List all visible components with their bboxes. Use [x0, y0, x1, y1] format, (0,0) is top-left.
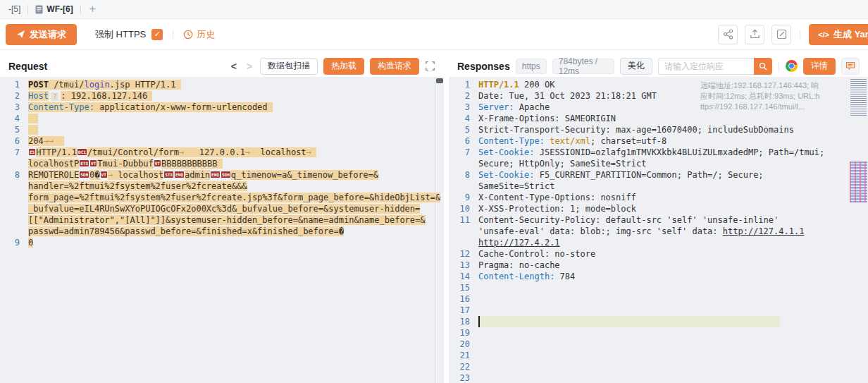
code-line: 1POST /tmui/login.jsp HTTP/1.1 [0, 79, 444, 90]
prev-request-button[interactable]: < [229, 61, 239, 72]
panel-splitter[interactable] [444, 55, 449, 383]
line-content [28, 124, 38, 135]
line-number [449, 226, 478, 237]
hot-reload-button[interactable]: 热加载 [323, 58, 364, 75]
feedback-button[interactable] [841, 58, 860, 75]
request-scrollbar-thumb[interactable] [436, 78, 443, 83]
line-number [449, 181, 478, 192]
response-title: Responses [457, 61, 510, 72]
line-content [478, 316, 780, 327]
line-content: Date: Tue, 31 Oct 2023 21:18:21 GMT [478, 90, 657, 102]
document-icon [35, 5, 43, 14]
code-line: 4X-Frame-Options: SAMEORIGIN [449, 113, 868, 124]
open-in-browser-button[interactable] [786, 60, 798, 72]
line-number: 10 [449, 203, 478, 214]
send-request-button[interactable]: 发送请求 [6, 24, 77, 45]
request-scrollbar[interactable] [435, 77, 444, 383]
line-number: 4 [0, 113, 28, 124]
force-https-group: 强制 HTTPS ✓ [95, 28, 163, 41]
line-content: X-Content-Type-Options: nosniff [478, 192, 636, 203]
add-tab-button[interactable]: + [81, 3, 104, 16]
line-number: 16 [449, 293, 478, 305]
code-line: 90 [0, 237, 444, 248]
line-content: X-Frame-Options: SAMEORIGIN [478, 113, 616, 124]
code-line: 12Cache-Control: no-store [449, 248, 868, 260]
details-button[interactable]: 详情 [803, 58, 836, 75]
toolbar-right-group: </> 生成 Yaml [718, 24, 868, 45]
response-header-actions: 美化 详情 [620, 58, 860, 75]
line-number: 13 [449, 260, 478, 271]
minimap-body-block [850, 162, 867, 202]
tab-active-label: WF-[6] [46, 4, 73, 14]
line-content: 'unsafe-eval' data: blob:; img-src 'self… [478, 226, 804, 237]
response-panel: Responses https 784bytes / 12ms 美化 详情 [449, 55, 868, 383]
edit-button[interactable] [771, 25, 791, 44]
code-line: http://127.4.2.1 [449, 237, 868, 248]
export-button[interactable] [745, 25, 764, 44]
request-editor[interactable]: 1POST /tmui/login.jsp HTTP/1.1 2Host?: 1… [0, 77, 444, 383]
line-number [0, 203, 28, 214]
line-content: http://127.4.2.1 [478, 237, 560, 248]
code-line: 11Content-Security-Policy: default-src '… [449, 214, 868, 226]
code-line: localhostPETXVTTmui-DubbufVTBBBBBBBBBBB [0, 158, 444, 169]
search-button[interactable] [754, 58, 772, 75]
response-code: 1HTTP/1.1 200 OK2Date: Tue, 31 Oct 2023 … [449, 77, 868, 383]
code-line: 6Content-Type: text/xml; charset=utf-8 [449, 135, 868, 147]
tab-bar: -[5] WF-[6] + [0, 0, 868, 19]
response-info-overlay: 远端地址:192.168.127.146:443; 响 应时间:12ms; 总耗… [700, 80, 845, 112]
tab-active-wf6[interactable]: WF-[6] [28, 0, 80, 18]
code-line: form_page=%2ftmui%2fsystem%2fuser%2fcrea… [0, 192, 444, 203]
main-area: Request < > 数据包扫描 热加载 构造请求 1POST /tmui/l… [0, 50, 868, 383]
line-content: Set-Cookie: F5_CURRENT_PARTITION=Common;… [478, 169, 764, 181]
line-number: 5 [449, 124, 478, 135]
divider [173, 30, 173, 39]
line-content: 204→→ [28, 135, 64, 147]
protocol-badge: https [516, 59, 547, 74]
line-number: 14 [449, 271, 478, 282]
line-number [0, 192, 28, 203]
line-content: handler=%2ftmui%2fsystem%2fuser%2fcreate… [28, 181, 247, 192]
line-number: 5 [0, 124, 28, 135]
line-number: 23 [449, 372, 478, 383]
search-group [658, 58, 772, 75]
share-button[interactable] [718, 25, 738, 44]
line-content: Pragma: no-cache [478, 260, 560, 271]
line-number: 17 [449, 305, 478, 316]
fullscreen-icon[interactable] [425, 61, 435, 71]
minimap-headers-block [850, 79, 867, 116]
line-number: 4 [449, 113, 478, 124]
locate-response-input[interactable] [658, 58, 754, 75]
force-https-checkbox[interactable]: ✓ [151, 29, 163, 40]
line-content: localhostPETXVTTmui-DubbufVTBBBBBBBBBBB [28, 158, 223, 169]
packet-scan-button[interactable]: 数据包扫描 [260, 58, 318, 75]
size-time-badge: 784bytes / 12ms [552, 59, 614, 74]
code-line: Secure; HttpOnly; SameSite=Strict [449, 158, 868, 169]
comment-icon [845, 61, 855, 71]
line-content: X-XSS-Protection: 1; mode=block [478, 203, 636, 214]
code-line: 22 [449, 361, 868, 372]
history-button[interactable]: 历史 [183, 28, 215, 41]
code-line: _bufvalue=eIL4RUnSwXYoPUIOGcOFx2o00Xc%3d… [0, 203, 444, 214]
code-line: 7ESHTTP/1.1DC1/tmui/Control/form→ 127.0.… [0, 147, 444, 158]
code-line: 19 [449, 327, 868, 339]
request-panel: Request < > 数据包扫描 热加载 构造请求 1POST /tmui/l… [0, 55, 444, 383]
line-number: 12 [449, 248, 478, 260]
tab-previous[interactable]: -[5] [1, 0, 27, 18]
code-line: 8Set-Cookie: F5_CURRENT_PARTITION=Common… [449, 169, 868, 181]
http-repeater-window: -[5] WF-[6] + 发送请求 强制 HTTPS ✓ 历史 [0, 0, 868, 383]
line-content: POST /tmui/login.jsp HTTP/1.1 [28, 79, 181, 90]
line-content: ESHTTP/1.1DC1/tmui/Control/form→ 127.0.0… [28, 147, 316, 158]
generate-yaml-button[interactable]: </> 生成 Yaml [809, 24, 868, 45]
code-line: SameSite=Strict [449, 181, 868, 192]
line-content: Strict-Transport-Security: max-age=16070… [478, 124, 794, 135]
response-editor[interactable]: 1HTTP/1.1 200 OK2Date: Tue, 31 Oct 2023 … [449, 77, 868, 383]
line-content: form_page=%2ftmui%2fsystem%2fuser%2fcrea… [28, 192, 440, 203]
next-request-button[interactable]: > [244, 61, 254, 72]
beautify-button[interactable]: 美化 [620, 58, 652, 75]
minimap[interactable] [849, 77, 868, 383]
line-number: 3 [0, 102, 28, 113]
code-line: 9X-Content-Type-Options: nosniff [449, 192, 868, 203]
code-line: 13Pragma: no-cache [449, 260, 868, 271]
line-number: 6 [0, 135, 28, 147]
construct-request-button[interactable]: 构造请求 [370, 58, 419, 75]
